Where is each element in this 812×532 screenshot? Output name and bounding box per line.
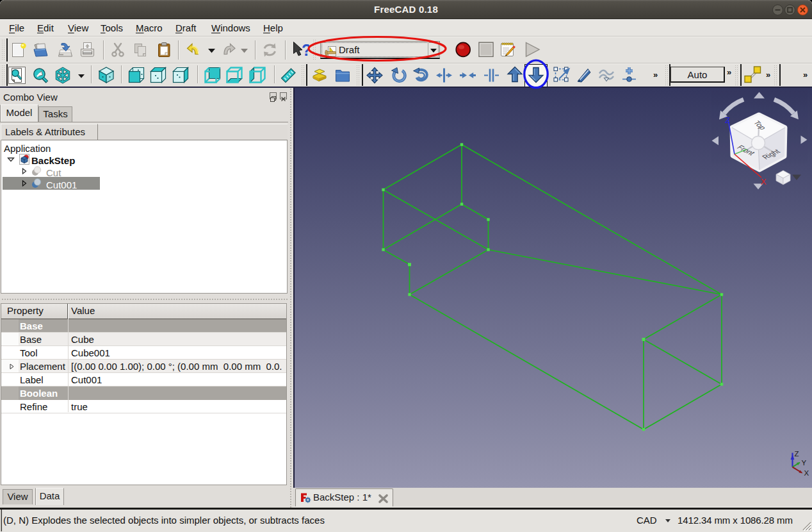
svg-text:X: X (804, 469, 809, 477)
svg-text:X: X (761, 177, 767, 187)
svg-text:Z: Z (795, 450, 799, 458)
svg-text:?: ? (302, 41, 309, 59)
svg-text:Y: Y (802, 459, 807, 467)
svg-text:Z: Z (725, 115, 730, 125)
